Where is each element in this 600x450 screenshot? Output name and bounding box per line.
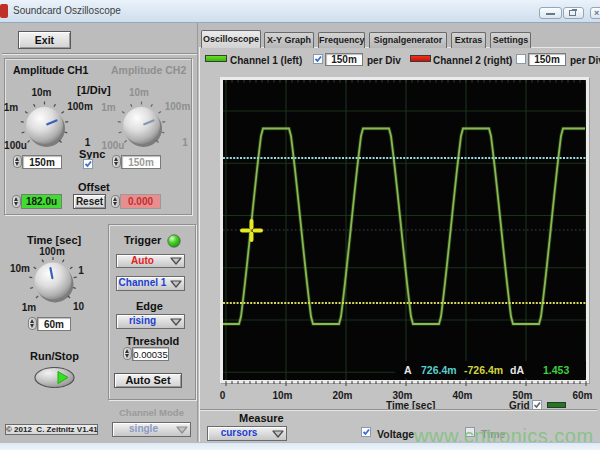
svg-text:A: A [404, 364, 412, 376]
svg-text:726.4m: 726.4m [421, 364, 457, 376]
svg-text:1.453: 1.453 [543, 364, 569, 376]
svg-text:dA: dA [510, 364, 524, 376]
svg-text:-726.4m: -726.4m [464, 364, 503, 376]
